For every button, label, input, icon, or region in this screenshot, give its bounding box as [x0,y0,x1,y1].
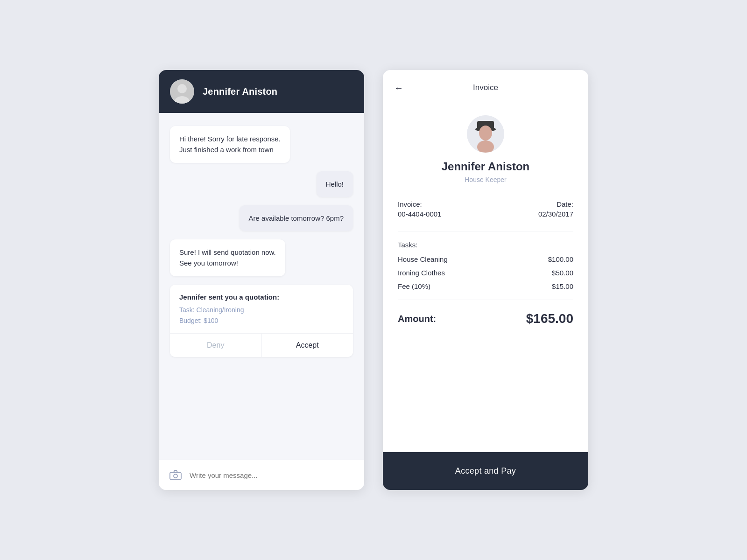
chat-input-bar [159,460,364,490]
svg-point-4 [174,474,177,478]
task-row-0: House Cleaning $100.00 [398,255,573,263]
invoice-number-label: Invoice: [398,200,422,208]
chat-panel: Jennifer Aniston Hi there! Sorry for lat… [159,70,364,490]
invoice-details: Invoice: Date: 00-4404-0001 02/30/2017 [398,200,573,218]
task-price-1: $50.00 [552,269,573,277]
invoice-number-value: 00-4404-0001 [398,210,441,218]
invoice-panel: ← Invoice Jennifer Aniston House [383,70,588,490]
invoice-body: Jennifer Aniston House Keeper Invoice: D… [383,102,588,452]
back-button[interactable]: ← [394,81,407,94]
accept-button[interactable]: Accept [262,334,353,357]
tasks-section: Tasks: House Cleaning $100.00 Ironing Cl… [398,241,573,290]
svg-point-8 [479,126,492,140]
quotation-budget: Budget: $100 [179,315,344,327]
quotation-card: Jennifer sent you a quotation: Task: Cle… [170,285,353,357]
amount-row: Amount: $165.00 [398,311,573,326]
invoice-number-row: Invoice: Date: [398,200,573,208]
task-name-2: Fee (10%) [398,282,430,290]
tasks-label: Tasks: [398,241,573,249]
deny-button[interactable]: Deny [170,334,262,357]
accept-pay-button[interactable]: Accept and Pay [383,452,588,490]
invoice-title: Invoice [473,83,498,92]
chat-messages: Hi there! Sorry for late response. Just … [159,113,364,460]
quotation-title: Jennifer sent you a quotation: [179,293,344,301]
svg-rect-3 [170,472,181,480]
invoice-header: ← Invoice [383,70,588,102]
invoice-value-row: 00-4404-0001 02/30/2017 [398,210,573,218]
invoice-date-value: 02/30/2017 [538,210,573,218]
message-3: Are available tomorrow? 6pm? [240,205,353,231]
amount-label: Amount: [398,314,436,324]
quotation-task: Task: Cleaning/Ironing [179,305,344,316]
invoice-date-label: Date: [557,200,573,208]
camera-icon[interactable] [168,468,183,483]
divider-1 [398,231,573,231]
invoice-profile: Jennifer Aniston House Keeper [398,115,573,183]
task-name-0: House Cleaning [398,255,448,263]
chat-header-name: Jennifer Aniston [203,86,277,97]
message-4: Sure! I will send quotation now. See you… [170,239,285,276]
task-row-2: Fee (10%) $15.00 [398,282,573,290]
chat-header: Jennifer Aniston [159,70,364,113]
task-row-1: Ironing Clothes $50.00 [398,269,573,277]
chat-avatar [170,79,194,104]
quotation-actions: Deny Accept [170,333,353,357]
invoice-person-role: House Keeper [465,176,507,183]
message-input[interactable] [190,471,355,479]
task-price-2: $15.00 [552,282,573,290]
task-name-1: Ironing Clothes [398,269,445,277]
message-1: Hi there! Sorry for late response. Just … [170,126,290,163]
divider-2 [398,300,573,300]
invoice-person-name: Jennifer Aniston [442,160,529,173]
amount-value: $165.00 [526,311,573,326]
task-price-0: $100.00 [548,255,573,263]
invoice-avatar [467,115,504,153]
svg-point-1 [177,84,187,93]
quotation-body: Jennifer sent you a quotation: Task: Cle… [170,285,353,334]
message-2: Hello! [317,171,353,197]
